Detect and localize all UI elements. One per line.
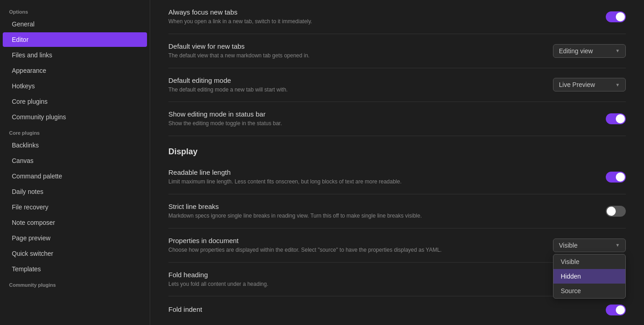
setting-fold-indent: Fold indent xyxy=(168,296,626,324)
sidebar-item-templates[interactable]: Templates xyxy=(3,262,147,276)
option-source[interactable]: Source xyxy=(553,284,625,298)
default-editing-mode-dropdown[interactable]: Live Preview ▼ xyxy=(553,78,626,91)
sidebar-item-label: Note composer xyxy=(12,219,55,226)
toggle-knob xyxy=(616,114,625,123)
setting-readable-line-length: Readable line length Limit maximum line … xyxy=(168,160,626,194)
display-section-heading: Display xyxy=(168,136,626,160)
toggle-knob xyxy=(616,12,625,21)
sidebar-item-label: Backlinks xyxy=(12,142,39,149)
setting-title: Always focus new tabs xyxy=(168,8,592,16)
setting-title: Strict line breaks xyxy=(168,203,592,210)
sidebar-item-general[interactable]: General xyxy=(3,17,147,31)
sidebar-item-file-recovery[interactable]: File recovery xyxy=(3,200,147,214)
sidebar-item-files-and-links[interactable]: Files and links xyxy=(3,48,147,62)
setting-title: Default view for new tabs xyxy=(168,42,539,50)
chevron-down-icon: ▼ xyxy=(615,82,620,87)
sidebar-item-core-plugins-menu[interactable]: Core plugins xyxy=(3,94,147,109)
setting-desc: When you open a link in a new tab, switc… xyxy=(168,18,592,25)
setting-properties-in-document: Properties in document Choose how proper… xyxy=(168,229,626,263)
setting-desc: Markdown specs ignore single line breaks… xyxy=(168,212,592,220)
toggle-knob xyxy=(607,207,616,216)
option-hidden[interactable]: Hidden xyxy=(553,269,625,284)
setting-default-editing-mode: Default editing mode The default editing… xyxy=(168,68,626,102)
sidebar-item-editor[interactable]: Editor xyxy=(3,32,147,47)
sidebar-item-daily-notes[interactable]: Daily notes xyxy=(3,184,147,199)
sidebar-item-page-preview[interactable]: Page preview xyxy=(3,231,147,245)
sidebar-item-label: Appearance xyxy=(12,67,46,74)
dropdown-value: Editing view xyxy=(559,47,593,55)
setting-show-editing-mode-status-bar: Show editing mode in status bar Show the… xyxy=(168,102,626,136)
properties-dropdown[interactable]: Visible ▼ xyxy=(553,239,626,252)
setting-title: Default editing mode xyxy=(168,76,539,84)
sidebar-item-label: Core plugins xyxy=(12,98,48,105)
setting-default-view-new-tabs: Default view for new tabs The default vi… xyxy=(168,34,626,68)
sidebar-item-label: General xyxy=(12,20,35,28)
sidebar-item-label: Hotkeys xyxy=(12,82,35,90)
sidebar-item-community-plugins-menu[interactable]: Community plugins xyxy=(3,110,147,124)
setting-desc: Choose how properties are displayed with… xyxy=(168,246,539,254)
sidebar-item-quick-switcher[interactable]: Quick switcher xyxy=(3,246,147,261)
default-view-dropdown[interactable]: Editing view ▼ xyxy=(553,44,626,58)
sidebar: Options General Editor Files and links A… xyxy=(0,0,150,325)
option-visible[interactable]: Visible xyxy=(553,254,625,269)
dropdown-value: Visible xyxy=(559,242,578,249)
properties-dropdown-wrapper: Visible ▼ Visible Hidden Source xyxy=(553,239,626,252)
toggle-knob xyxy=(616,305,625,315)
sidebar-item-note-composer[interactable]: Note composer xyxy=(3,215,147,230)
always-focus-new-tabs-toggle[interactable] xyxy=(606,11,626,22)
sidebar-item-hotkeys[interactable]: Hotkeys xyxy=(3,79,147,93)
core-plugins-section-label: Core plugins xyxy=(0,125,150,137)
sidebar-item-label: Canvas xyxy=(12,157,33,164)
setting-title: Readable line length xyxy=(168,168,592,176)
chevron-down-icon: ▼ xyxy=(615,48,620,53)
setting-desc: Lets you fold all content under a headin… xyxy=(168,280,612,288)
sidebar-item-label: Command palette xyxy=(12,173,62,180)
sidebar-item-appearance[interactable]: Appearance xyxy=(3,63,147,78)
setting-title: Properties in document xyxy=(168,237,539,244)
main-content: Always focus new tabs When you open a li… xyxy=(150,0,644,325)
properties-dropdown-popup: Visible Hidden Source xyxy=(553,254,626,299)
sidebar-item-canvas[interactable]: Canvas xyxy=(3,153,147,168)
setting-desc: Show the editing mode toggle in the stat… xyxy=(168,120,592,127)
dropdown-value: Live Preview xyxy=(559,81,595,88)
sidebar-item-label: Community plugins xyxy=(12,113,66,121)
setting-title: Show editing mode in status bar xyxy=(168,110,592,118)
sidebar-item-label: Daily notes xyxy=(12,188,43,195)
fold-indent-toggle[interactable] xyxy=(606,305,626,315)
setting-title: Fold heading xyxy=(168,271,612,279)
setting-always-focus-new-tabs: Always focus new tabs When you open a li… xyxy=(168,0,626,34)
setting-title: Fold indent xyxy=(168,305,592,313)
sidebar-item-label: Page preview xyxy=(12,234,51,242)
readable-line-length-toggle[interactable] xyxy=(606,172,626,183)
strict-line-breaks-toggle[interactable] xyxy=(606,206,626,217)
sidebar-item-command-palette[interactable]: Command palette xyxy=(3,169,147,183)
sidebar-item-label: Files and links xyxy=(12,51,52,59)
sidebar-item-label: Quick switcher xyxy=(12,250,53,257)
chevron-down-icon: ▼ xyxy=(615,243,620,248)
setting-desc: Limit maximum line length. Less content … xyxy=(168,178,592,186)
sidebar-item-label: Editor xyxy=(12,36,29,43)
sidebar-item-label: File recovery xyxy=(12,203,48,211)
setting-desc: The default editing mode a new tab will … xyxy=(168,86,539,94)
options-section-label: Options xyxy=(0,4,150,16)
sidebar-item-backlinks[interactable]: Backlinks xyxy=(3,138,147,152)
setting-strict-line-breaks: Strict line breaks Markdown specs ignore… xyxy=(168,194,626,229)
sidebar-item-label: Templates xyxy=(12,265,41,273)
toggle-knob xyxy=(616,173,625,182)
show-editing-mode-toggle[interactable] xyxy=(606,113,626,124)
community-plugins-section-label: Community plugins xyxy=(0,277,150,289)
setting-desc: The default view that a new markdown tab… xyxy=(168,52,539,60)
